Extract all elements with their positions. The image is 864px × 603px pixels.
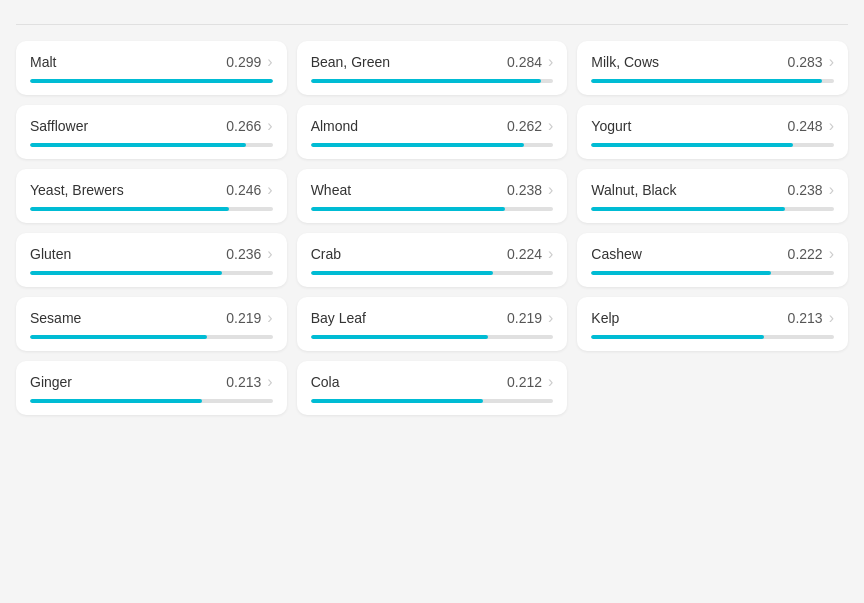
food-name: Ginger [30, 374, 72, 390]
progress-track [311, 335, 554, 339]
food-name: Safflower [30, 118, 88, 134]
food-card[interactable]: Wheat 0.238 › [297, 169, 568, 223]
chevron-icon: › [267, 245, 272, 263]
card-header-row: Yogurt 0.248 › [591, 117, 834, 135]
food-card[interactable]: Cola 0.212 › [297, 361, 568, 415]
chevron-icon: › [267, 53, 272, 71]
progress-track [30, 271, 273, 275]
card-header-row: Ginger 0.213 › [30, 373, 273, 391]
food-card[interactable]: Walnut, Black 0.238 › [577, 169, 848, 223]
chevron-icon: › [267, 373, 272, 391]
progress-fill [30, 335, 207, 339]
food-card[interactable]: Safflower 0.266 › [16, 105, 287, 159]
progress-fill [311, 399, 483, 403]
card-right: 0.213 › [226, 373, 272, 391]
food-card[interactable]: Bean, Green 0.284 › [297, 41, 568, 95]
food-card[interactable]: Yeast, Brewers 0.246 › [16, 169, 287, 223]
food-value: 0.284 [507, 54, 542, 70]
food-card[interactable]: Kelp 0.213 › [577, 297, 848, 351]
progress-fill [591, 79, 822, 83]
progress-track [591, 143, 834, 147]
chevron-icon: › [548, 309, 553, 327]
food-name: Almond [311, 118, 358, 134]
chevron-icon: › [829, 53, 834, 71]
card-right: 0.236 › [226, 245, 272, 263]
food-value: 0.222 [788, 246, 823, 262]
food-value: 0.213 [226, 374, 261, 390]
progress-track [30, 207, 273, 211]
food-name: Milk, Cows [591, 54, 659, 70]
card-right: 0.219 › [507, 309, 553, 327]
food-card[interactable]: Crab 0.224 › [297, 233, 568, 287]
progress-track [311, 207, 554, 211]
food-name: Walnut, Black [591, 182, 676, 198]
card-header-row: Gluten 0.236 › [30, 245, 273, 263]
food-value: 0.283 [788, 54, 823, 70]
card-right: 0.299 › [226, 53, 272, 71]
progress-fill [30, 143, 246, 147]
card-right: 0.224 › [507, 245, 553, 263]
progress-track [30, 79, 273, 83]
card-right: 0.222 › [788, 245, 834, 263]
card-header-row: Walnut, Black 0.238 › [591, 181, 834, 199]
chevron-icon: › [267, 117, 272, 135]
foods-grid: Malt 0.299 › Bean, Green 0.284 › Milk, C… [16, 41, 848, 415]
progress-fill [30, 207, 229, 211]
chevron-icon: › [548, 117, 553, 135]
food-value: 0.238 [507, 182, 542, 198]
food-value: 0.238 [788, 182, 823, 198]
food-card[interactable]: Bay Leaf 0.219 › [297, 297, 568, 351]
progress-fill [591, 335, 763, 339]
progress-track [30, 399, 273, 403]
food-value: 0.219 [507, 310, 542, 326]
chevron-icon: › [829, 309, 834, 327]
chevron-icon: › [548, 181, 553, 199]
progress-track [311, 399, 554, 403]
progress-track [311, 143, 554, 147]
card-header-row: Milk, Cows 0.283 › [591, 53, 834, 71]
food-card[interactable]: Malt 0.299 › [16, 41, 287, 95]
card-header-row: Bean, Green 0.284 › [311, 53, 554, 71]
food-name: Crab [311, 246, 341, 262]
food-value: 0.236 [226, 246, 261, 262]
chevron-icon: › [267, 181, 272, 199]
card-header-row: Bay Leaf 0.219 › [311, 309, 554, 327]
food-card[interactable]: Cashew 0.222 › [577, 233, 848, 287]
chevron-icon: › [548, 245, 553, 263]
progress-track [30, 143, 273, 147]
food-card[interactable]: Almond 0.262 › [297, 105, 568, 159]
card-header-row: Cola 0.212 › [311, 373, 554, 391]
card-header-row: Almond 0.262 › [311, 117, 554, 135]
progress-track [591, 335, 834, 339]
card-right: 0.283 › [788, 53, 834, 71]
food-card[interactable]: Gluten 0.236 › [16, 233, 287, 287]
progress-track [591, 79, 834, 83]
progress-fill [591, 271, 771, 275]
food-value: 0.224 [507, 246, 542, 262]
food-value: 0.213 [788, 310, 823, 326]
chevron-icon: › [548, 373, 553, 391]
food-card[interactable]: Milk, Cows 0.283 › [577, 41, 848, 95]
progress-track [311, 271, 554, 275]
card-header-row: Crab 0.224 › [311, 245, 554, 263]
card-right: 0.238 › [507, 181, 553, 199]
section-header [16, 16, 848, 25]
card-header-row: Malt 0.299 › [30, 53, 273, 71]
food-card[interactable]: Sesame 0.219 › [16, 297, 287, 351]
food-value: 0.248 [788, 118, 823, 134]
progress-fill [30, 79, 273, 83]
card-header-row: Yeast, Brewers 0.246 › [30, 181, 273, 199]
progress-fill [591, 143, 792, 147]
food-card[interactable]: Ginger 0.213 › [16, 361, 287, 415]
card-header-row: Safflower 0.266 › [30, 117, 273, 135]
card-right: 0.284 › [507, 53, 553, 71]
food-name: Yogurt [591, 118, 631, 134]
food-value: 0.212 [507, 374, 542, 390]
chevron-icon: › [267, 309, 272, 327]
card-header-row: Kelp 0.213 › [591, 309, 834, 327]
chevron-icon: › [829, 245, 834, 263]
progress-fill [30, 271, 222, 275]
progress-track [591, 207, 834, 211]
food-name: Bay Leaf [311, 310, 366, 326]
food-card[interactable]: Yogurt 0.248 › [577, 105, 848, 159]
